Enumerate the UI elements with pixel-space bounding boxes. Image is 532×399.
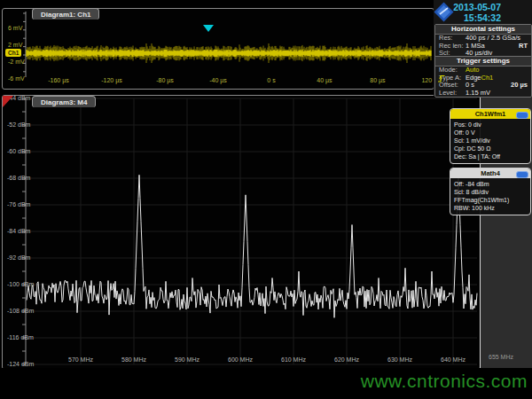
math4-detail-row: Scl: 8 dB/div (450, 188, 530, 196)
ch1-offset-marker[interactable]: Ch1 (5, 49, 21, 57)
tab-diagram1-ch1[interactable]: Diagram1: Ch1 (32, 8, 99, 20)
ch1wfm1-details: Pos: 0 divOff: 0 VScl: 1 mV/divCpl: DC 5… (450, 119, 530, 163)
math4-header[interactable]: Math4 (450, 168, 530, 178)
time-axis-label: 40 µs (302, 77, 347, 83)
math4-details: Off: -84 dBmScl: 8 dB/divFFTmag(Ch1Wfm1)… (450, 178, 530, 215)
ch1-waveform-plot (3, 9, 432, 87)
ch1-y-axis-label: 2 mV (8, 42, 22, 48)
freq-axis-label: 610 MHz (272, 356, 315, 363)
ch1wfm1-detail-row: Dec: Sa | TA: Off (450, 153, 530, 160)
m4-reference-flag-icon (3, 96, 13, 107)
ch1-y-axis-label: 6 mV (8, 25, 22, 31)
trigger-settings-box: Trigger settings Mode:Auto Type A:EdgeCh… (434, 56, 532, 98)
ch1wfm1-detail-row: Pos: 0 div (450, 121, 530, 129)
math4-detail-row: FFTmag(Ch1Wfm1) (450, 196, 530, 204)
horizontal-settings-box: Horizontal settings Res:400 ps / 2.5 GSa… (434, 24, 532, 59)
freq-axis-label: 620 MHz (325, 356, 368, 363)
settings-panel: 2013-05-07 15:54:32 Horizontal settings … (434, 0, 532, 96)
minimize-toggle-icon[interactable] (516, 112, 528, 119)
dbm-axis-label: -108 dBm (7, 308, 34, 314)
freq-axis-label: 640 MHz (432, 356, 474, 363)
dbm-axis-label: -84 dBm (7, 228, 30, 234)
tab-diagram3-m4[interactable]: Diagram3: M4 (32, 96, 96, 107)
freq-axis-label: 570 MHz (59, 356, 102, 363)
dbm-axis-label: -124 dBm (7, 361, 34, 367)
diagram1-ch1[interactable]: 6 mV2 mV-2 mV-6 mV Ch1 -160 µs-120 µs-80… (2, 8, 434, 90)
rohde-schwarz-logo-icon (434, 2, 454, 22)
dbm-axis-label: -100 dBm (7, 281, 34, 287)
ch1wfm1-info-box[interactable]: Ch1Wfm1 Pos: 0 divOff: 0 VScl: 1 mV/divC… (450, 108, 531, 164)
minimize-toggle-icon[interactable] (516, 171, 528, 178)
dbm-axis-label: -68 dBm (7, 175, 30, 181)
dbm-axis-label: -92 dBm (7, 254, 30, 261)
watermark-text: www.cntronics.com (361, 371, 528, 392)
ch1-y-axis-label: -2 mV (8, 59, 25, 65)
bottom-bar: www.cntronics.com (0, 368, 532, 399)
ch1-y-axis-label: -6 mV (8, 75, 25, 82)
dbm-axis-label: -76 dBm (7, 201, 30, 207)
time-axis-label: -40 µs (196, 77, 240, 83)
time-axis-label: 0 s (249, 77, 293, 83)
freq-axis-label: 590 MHz (166, 356, 208, 363)
realtime-badge: RT (519, 43, 528, 51)
time-axis-label: -120 µs (90, 77, 134, 83)
m4-spectrum-plot (3, 96, 478, 367)
dbm-axis-label: -116 dBm (7, 334, 34, 340)
time-axis-label: -160 µs (36, 77, 81, 83)
time-axis-label: -80 µs (143, 77, 187, 83)
ch1wfm1-header[interactable]: Ch1Wfm1 (450, 109, 530, 119)
dbm-axis-label: -60 dBm (7, 148, 30, 154)
oscilloscope-screen: 6 mV2 mV-2 mV-6 mV Ch1 -160 µs-120 µs-80… (0, 0, 532, 399)
math4-detail-row: RBW: 100 kHz (450, 204, 530, 212)
freq-axis-label: 600 MHz (219, 356, 262, 363)
trigger-offset-extra: 20 µs (511, 82, 528, 90)
trigger-level-row[interactable]: Level:1.15 mV (435, 90, 531, 98)
time-axis-label: 80 µs (356, 77, 400, 83)
math4-detail-row: Off: -84 dBm (450, 180, 530, 188)
trigger-position-marker-icon[interactable] (203, 25, 214, 32)
ch1wfm1-detail-row: Cpl: DC 50 Ω (450, 145, 530, 153)
dbm-axis-label: -52 dBm (7, 121, 30, 128)
diagram3-m4[interactable]: -44 dBm-52 dBm-60 dBm-68 dBm-76 dBm-84 d… (2, 95, 481, 370)
freq-axis-label: 630 MHz (379, 356, 421, 363)
ch1wfm1-detail-row: Scl: 1 mV/div (450, 137, 530, 145)
axis-end-frequency-label: 655 MHz (489, 354, 513, 360)
math4-info-box[interactable]: Math4 Off: -84 dBmScl: 8 dB/divFFTmag(Ch… (450, 168, 531, 215)
freq-axis-label: 580 MHz (113, 356, 155, 363)
ch1wfm1-detail-row: Off: 0 V (450, 129, 530, 137)
